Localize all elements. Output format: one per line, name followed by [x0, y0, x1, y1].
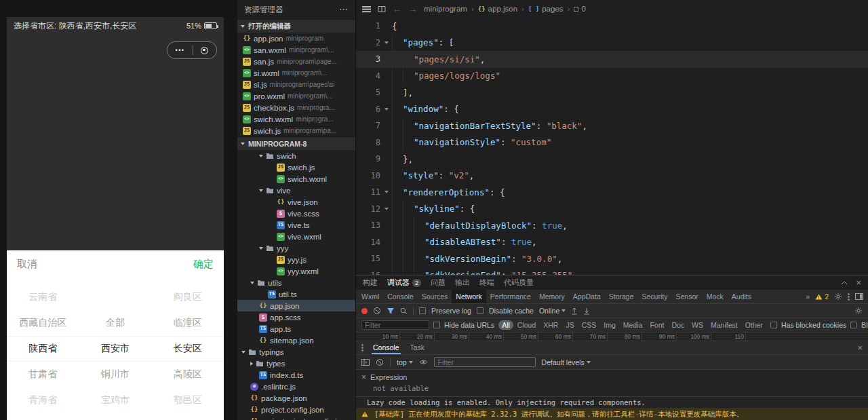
code-line[interactable]: 11"rendererOptions": {	[356, 184, 868, 201]
filter-pill-media[interactable]: Media	[620, 320, 646, 330]
search-icon[interactable]	[400, 307, 408, 315]
console-sidebar-icon[interactable]	[361, 359, 370, 366]
filter-pill-img[interactable]: Img	[600, 320, 619, 330]
code-line[interactable]: 2"pages": [	[356, 35, 868, 52]
export-har-icon[interactable]	[583, 307, 590, 315]
tree-item[interactable]: {}package.json	[237, 392, 355, 404]
picker-option[interactable]: 鄠邑区	[151, 394, 224, 406]
kebab-menu-icon[interactable]	[848, 293, 850, 301]
picker-option[interactable]: 云南省	[7, 291, 79, 303]
devtools-tab-memory[interactable]: Memory	[535, 290, 569, 303]
picker-row[interactable]: 陕西省西安市长安区	[7, 336, 224, 362]
filter-pill-font[interactable]: Font	[646, 320, 667, 330]
picker-row[interactable]: 云南省阎良区	[7, 284, 224, 310]
filter-pill-js[interactable]: JS	[562, 320, 577, 330]
drawer-kebab-icon[interactable]	[361, 344, 363, 351]
picker-option[interactable]: 陕西省	[7, 343, 79, 355]
tree-item[interactable]: <>vive.wxml	[237, 231, 355, 242]
devtools-tab-sources[interactable]: Sources	[418, 290, 452, 303]
panel-tab-terminal[interactable]: 终端	[479, 278, 494, 288]
overflow-chevron-icon[interactable]: »	[806, 292, 810, 301]
tree-item[interactable]: JSswich.js	[237, 161, 355, 173]
filter-pill-all[interactable]: All	[498, 320, 513, 330]
panel-tab-build[interactable]: 构建	[363, 278, 378, 288]
log-levels-dropdown[interactable]: Default levels	[542, 358, 591, 366]
tree-item[interactable]: vive	[237, 185, 355, 196]
tree-item[interactable]: JSyyy.js	[237, 254, 355, 265]
open-editors-header[interactable]: 打开的编辑器	[237, 19, 355, 33]
picker-option[interactable]: 高陵区	[151, 368, 224, 381]
tree-item[interactable]: TSindex.d.ts	[237, 369, 355, 381]
devtools-tab-wxml[interactable]: Wxml	[357, 290, 383, 303]
open-editor-item[interactable]: JSswich.jsminiprogram\pa...	[237, 125, 355, 136]
code-line[interactable]: 3"pages/si/si",	[356, 51, 868, 68]
tree-item[interactable]: <>yyy.wxml	[237, 265, 355, 277]
devtools-tab-storage[interactable]: Storage	[605, 290, 638, 303]
back-icon[interactable]: ←	[393, 5, 401, 14]
tree-item[interactable]: Svive.scss	[237, 208, 355, 219]
filter-pill-xhr[interactable]: XHR	[540, 320, 561, 330]
open-editor-item[interactable]: <>swich.wxmlminiprogra...	[237, 113, 355, 125]
picker-row[interactable]: 甘肃省铜川市高陵区	[7, 362, 224, 387]
picker-option[interactable]: 甘肃省	[7, 368, 79, 381]
open-editor-item[interactable]: <>si.wxmlminiprogram\...	[237, 67, 355, 79]
filter-pill-doc[interactable]: Doc	[668, 320, 688, 330]
open-editor-item[interactable]: <>san.wxmlminiprogram\...	[237, 44, 355, 56]
preserve-log-checkbox[interactable]	[419, 307, 426, 314]
code-line[interactable]: 6"window": {	[356, 101, 868, 118]
breadcrumb-item[interactable]: miniprogram	[424, 5, 467, 13]
filter-pill-ws[interactable]: WS	[688, 320, 707, 330]
picker-option[interactable]: 铜川市	[79, 368, 152, 381]
picker-option[interactable]: 西藏自治区	[7, 317, 79, 329]
open-editor-item[interactable]: JScheckbox.jsminiprogra...	[237, 102, 355, 113]
devtools-tab-mock[interactable]: Mock	[703, 290, 728, 303]
warning-count-badge[interactable]: 2	[815, 293, 829, 301]
clear-icon[interactable]	[373, 307, 381, 315]
picker-option[interactable]: 青海省	[7, 394, 79, 406]
throttling-dropdown[interactable]: Online	[539, 307, 566, 315]
settings-gear-icon[interactable]	[834, 292, 842, 301]
console-filter-input[interactable]	[434, 357, 536, 367]
context-selector-dropdown[interactable]: top	[397, 358, 413, 366]
picker-option[interactable]: 宝鸡市	[79, 394, 152, 406]
tree-item[interactable]: e.eslintrc.js	[237, 381, 355, 392]
devtools-tab-audits[interactable]: Audits	[728, 290, 755, 303]
forward-icon[interactable]: →	[408, 5, 417, 14]
code-line[interactable]: 13"defaultDisplayBlock": true,	[356, 217, 868, 234]
code-line[interactable]: 9},	[356, 151, 868, 168]
close-drawer-icon[interactable]: ×	[857, 343, 863, 352]
picker-option[interactable]: 临潼区	[151, 317, 224, 329]
import-har-icon[interactable]	[571, 307, 578, 315]
open-editor-item[interactable]: <>pro.wxmlminiprogram\...	[237, 90, 355, 102]
devtools-tab-performance[interactable]: Performance	[486, 290, 535, 303]
breadcrumb-item[interactable]: 0	[574, 5, 585, 13]
picker-option[interactable]: 全部	[79, 317, 152, 329]
remove-expression-icon[interactable]: ×	[361, 373, 366, 381]
code-line[interactable]: 7"navigationBarTextStyle": "black",	[356, 117, 868, 134]
panel-tab-code-quality[interactable]: 代码质量	[504, 278, 534, 288]
filter-pill-cloud[interactable]: Cloud	[514, 320, 539, 330]
console-drawer-tab-task[interactable]: Task	[409, 341, 427, 354]
filter-pill-css[interactable]: CSS	[578, 320, 600, 330]
clear-console-icon[interactable]	[376, 358, 384, 366]
code-line[interactable]: 15"sdkVersionBegin": "3.0.0",	[356, 250, 868, 267]
tree-item[interactable]: {}sitemap.json	[237, 335, 355, 346]
outline-book-icon[interactable]	[378, 5, 386, 13]
tree-item[interactable]: TSvive.ts	[237, 219, 355, 231]
tree-item[interactable]: TSutil.ts	[237, 288, 355, 300]
code-line[interactable]: 8"navigationStyle": "custom"	[356, 134, 868, 151]
eye-icon[interactable]	[419, 359, 428, 365]
network-filter-input[interactable]	[361, 320, 429, 330]
devtools-tab-appdata[interactable]: AppData	[569, 290, 605, 303]
tree-item[interactable]: utils	[237, 277, 355, 288]
picker-confirm-button[interactable]: 确定	[193, 258, 214, 271]
hide-data-urls-checkbox[interactable]	[433, 322, 440, 328]
devtools-tab-sensor[interactable]: Sensor	[671, 290, 702, 303]
breadcrumb-item[interactable]: [ ]pages	[528, 5, 564, 13]
panel-tab-problems[interactable]: 问题	[431, 278, 446, 288]
more-actions-icon[interactable]: ⋯	[339, 6, 349, 13]
devtools-tab-console[interactable]: Console	[383, 290, 418, 303]
tree-item[interactable]: Sapp.scss	[237, 311, 355, 323]
console-drawer-tab-console[interactable]: Console	[372, 341, 401, 354]
tree-item[interactable]: swich	[237, 150, 355, 161]
